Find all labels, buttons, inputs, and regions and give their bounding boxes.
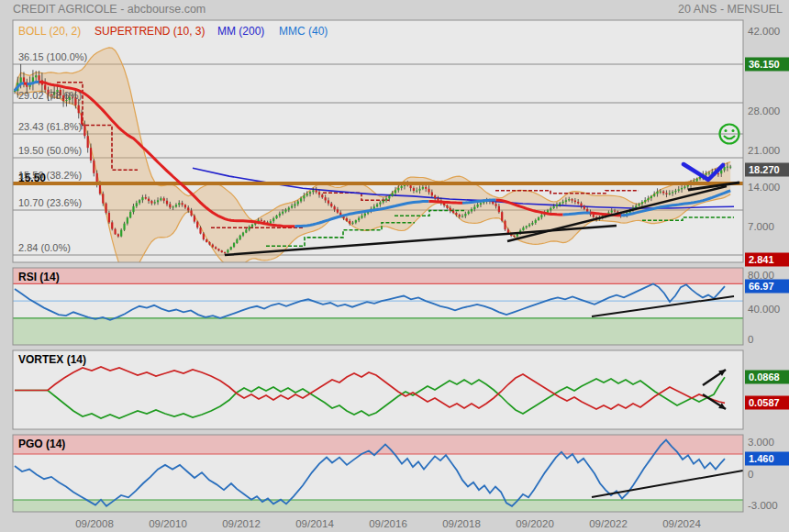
x-axis-label: 09/2008 — [75, 519, 114, 530]
fib-level-label: 23.43 (61.8%) — [18, 122, 82, 132]
legend-item-boll-20-2: BOLL (20, 2) — [18, 26, 81, 37]
x-axis-label: 09/2014 — [295, 519, 334, 530]
rsi-axis-tick: 0 — [748, 335, 753, 346]
pgo-axis-tick: -3.000 — [748, 501, 778, 512]
timeframe-label: 20 ANS - MENSUEL — [678, 4, 783, 16]
pgo-value-badge: 1.460 — [745, 452, 789, 466]
rsi-value-badge: 66.97 — [745, 280, 789, 294]
last-price-badge: 18.270 — [745, 163, 789, 177]
price-axis-tick: 28.000 — [748, 106, 780, 117]
instrument-title: CREDIT AGRICOLE - abcbourse.com — [13, 4, 206, 16]
x-axis-label: 09/2016 — [369, 519, 407, 530]
charting-app-window: CREDIT AGRICOLE - abcbourse.com 20 ANS -… — [0, 0, 789, 532]
x-axis-label: 09/2022 — [589, 519, 628, 530]
legend-item-mmc-40: MMC (40) — [279, 26, 328, 37]
pgo-panel-label: PGO (14) — [18, 438, 65, 449]
fib-level-label: 36.15 (100.0%) — [18, 52, 87, 62]
fib-level-label: 15.56 (38.2%) — [18, 171, 82, 181]
rsi-axis-tick: 40.000 — [748, 305, 780, 316]
legend-item-mm-200: MM (200) — [217, 26, 264, 37]
legend-item-supertrend-10-3: SUPERTREND (10, 3) — [94, 26, 205, 37]
vortex-minus-badge: 0.0587 — [745, 396, 789, 410]
fib-level-label: 29.02 (78.6%) — [18, 91, 82, 101]
vortex-panel-label: VORTEX (14) — [18, 354, 86, 365]
chart-canvas[interactable] — [0, 0, 789, 532]
x-axis-label: 09/2010 — [149, 519, 187, 530]
x-axis-label: 09/2018 — [442, 519, 481, 530]
vortex-plus-badge: 0.0868 — [745, 371, 789, 384]
price-axis-tick: 21.000 — [748, 146, 780, 157]
x-axis-label: 09/2012 — [222, 519, 261, 530]
x-axis-label: 09/2020 — [516, 519, 554, 530]
fib-level-label: 2.84 (0.0%) — [18, 243, 71, 253]
pgo-axis-tick: 3.000 — [748, 438, 774, 449]
fib-level-label: 10.70 (23.6%) — [18, 198, 82, 208]
pgo-axis-tick: 0 — [748, 470, 753, 481]
rsi-panel-label: RSI (14) — [18, 272, 60, 283]
x-axis-label: 09/2024 — [662, 519, 701, 530]
price-axis-tick: 42.000 — [748, 27, 780, 38]
fib-high-badge: 36.150 — [745, 58, 789, 72]
fib-low-badge: 2.841 — [745, 253, 789, 267]
price-axis-tick: 7.000 — [748, 222, 774, 233]
price-axis-tick: 14.000 — [748, 183, 780, 194]
fib-level-label: 19.50 (50.0%) — [18, 146, 82, 156]
